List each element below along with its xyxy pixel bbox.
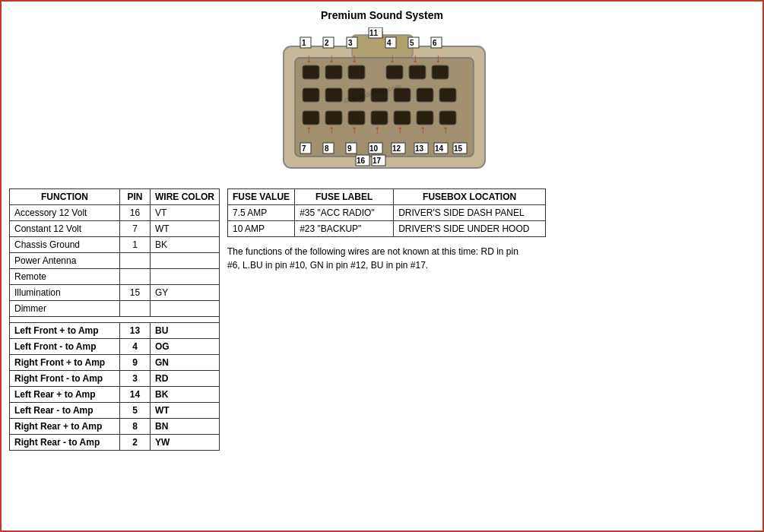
table-row: Illumination 15 GY — [10, 285, 220, 301]
right-section: FUSE VALUE FUSE LABEL FUSEBOX LOCATION 7… — [227, 188, 755, 272]
fuse-table-row: 10 AMP #23 "BACKUP" DRIVER'S SIDE UNDER … — [228, 221, 546, 237]
svg-text:↑: ↑ — [420, 123, 426, 136]
cell-fusebox-location: DRIVER'S SIDE UNDER HOOD — [394, 221, 546, 237]
svg-rect-6 — [386, 65, 403, 79]
svg-text:3: 3 — [348, 39, 353, 47]
cell-function: Dimmer — [10, 301, 120, 317]
table-row: Constant 12 Volt 7 WT — [10, 221, 220, 237]
cell-function: Right Rear + to Amp — [10, 419, 120, 435]
fuse-table: FUSE VALUE FUSE LABEL FUSEBOX LOCATION 7… — [227, 188, 546, 237]
svg-text:↑: ↑ — [374, 123, 380, 136]
svg-text:17: 17 — [372, 157, 382, 165]
cell-wire-color: BU — [151, 323, 220, 339]
svg-text:13: 13 — [415, 144, 424, 153]
cell-wire-color: BK — [151, 387, 220, 403]
cell-function: Remote — [10, 269, 120, 285]
cell-wire-color — [151, 301, 220, 317]
svg-text:↓: ↓ — [389, 52, 395, 65]
svg-text:2: 2 — [325, 39, 329, 47]
cell-fuse-value: 7.5 AMP — [228, 205, 295, 221]
cell-pin — [120, 301, 151, 317]
cell-pin — [120, 253, 151, 269]
cell-wire-color: OG — [151, 339, 220, 355]
svg-text:↑: ↑ — [328, 123, 334, 136]
col-function: FUNCTION — [10, 189, 120, 205]
connector-diagram: ↓ ↓ ↓ ↓ ↓ ↓ ↓ ↑ ↑ ↑ ↑ ↑ ↑ ↑ 1 2 3 11 4 5… — [238, 27, 527, 179]
svg-text:4: 4 — [387, 39, 392, 47]
table-row: Accessory 12 Volt 16 VT — [10, 205, 220, 221]
cell-wire-color — [151, 253, 220, 269]
cell-pin: 8 — [120, 419, 151, 435]
svg-text:9: 9 — [347, 144, 352, 153]
cell-function: Chassis Ground — [10, 237, 120, 253]
svg-text:11: 11 — [369, 29, 379, 37]
cell-function: Power Antenna — [10, 253, 120, 269]
table-row: Left Rear - to Amp 5 WT — [10, 403, 220, 419]
table-row: Left Rear + to Amp 14 BK — [10, 387, 220, 403]
notes-text: The functions of the following wires are… — [227, 245, 531, 272]
cell-fuse-label: #35 "ACC RADIO" — [295, 205, 394, 221]
cell-fuse-label: #23 "BACKUP" — [295, 221, 394, 237]
main-table: FUNCTION PIN WIRE COLOR Accessory 12 Vol… — [9, 188, 220, 451]
cell-function: Left Front + to Amp — [10, 323, 120, 339]
cell-wire-color: BK — [151, 237, 220, 253]
cell-pin: 15 — [120, 285, 151, 301]
svg-rect-5 — [348, 65, 365, 79]
svg-text:16: 16 — [357, 157, 366, 165]
col-fuse-label: FUSE LABEL — [295, 189, 394, 205]
svg-rect-9 — [303, 88, 319, 102]
cell-wire-color: GY — [151, 285, 220, 301]
cell-function: Left Rear + to Amp — [10, 387, 120, 403]
svg-rect-15 — [439, 88, 456, 102]
col-fuse-value: FUSE VALUE — [228, 189, 295, 205]
svg-text:7: 7 — [302, 144, 306, 153]
cell-pin: 9 — [120, 355, 151, 371]
table-row: Right Front + to Amp 9 GN — [10, 355, 220, 371]
svg-rect-4 — [325, 65, 342, 79]
cell-pin: 13 — [120, 323, 151, 339]
cell-wire-color: YW — [151, 435, 220, 451]
svg-rect-14 — [417, 88, 433, 102]
svg-text:12: 12 — [392, 144, 401, 153]
svg-rect-8 — [432, 65, 449, 79]
tables-container: FUNCTION PIN WIRE COLOR Accessory 12 Vol… — [9, 188, 755, 451]
cell-wire-color: BN — [151, 419, 220, 435]
table-row: Right Rear + to Amp 8 BN — [10, 419, 220, 435]
svg-rect-10 — [325, 88, 342, 102]
cell-wire-color: WT — [151, 221, 220, 237]
svg-rect-3 — [303, 65, 319, 79]
svg-text:↑: ↑ — [397, 123, 403, 136]
cell-fuse-value: 10 AMP — [228, 221, 295, 237]
cell-function: Accessory 12 Volt — [10, 205, 120, 221]
svg-text:8: 8 — [325, 144, 329, 153]
svg-text:↑: ↑ — [351, 123, 357, 136]
cell-fusebox-location: DRIVER'S SIDE DASH PANEL — [394, 205, 546, 221]
cell-function: Illumination — [10, 285, 120, 301]
svg-text:↑: ↑ — [442, 123, 449, 136]
cell-pin: 16 — [120, 205, 151, 221]
cell-wire-color: GN — [151, 355, 220, 371]
cell-function: Right Rear - to Amp — [10, 435, 120, 451]
svg-rect-7 — [409, 65, 426, 79]
table-row: Remote — [10, 269, 220, 285]
cell-pin: 3 — [120, 371, 151, 387]
cell-wire-color: VT — [151, 205, 220, 221]
svg-text:↓: ↓ — [412, 52, 418, 65]
cell-pin: 5 — [120, 403, 151, 419]
svg-text:14: 14 — [435, 144, 444, 153]
svg-text:↓: ↓ — [435, 52, 441, 65]
cell-function: Right Front + to Amp — [10, 355, 120, 371]
col-pin: PIN — [120, 189, 151, 205]
cell-pin: 2 — [120, 435, 151, 451]
table-row: Left Front + to Amp 13 BU — [10, 323, 220, 339]
svg-text:↓: ↓ — [328, 52, 334, 65]
svg-text:6: 6 — [433, 39, 437, 47]
cell-function: Left Front - to Amp — [10, 339, 120, 355]
cell-pin: 4 — [120, 339, 151, 355]
cell-wire-color: RD — [151, 371, 220, 387]
cell-function: Right Front - to Amp — [10, 371, 120, 387]
cell-pin: 14 — [120, 387, 151, 403]
table-row: Right Rear - to Amp 2 YW — [10, 435, 220, 451]
table-row: Left Front - to Amp 4 OG — [10, 339, 220, 355]
cell-function: Constant 12 Volt — [10, 221, 120, 237]
